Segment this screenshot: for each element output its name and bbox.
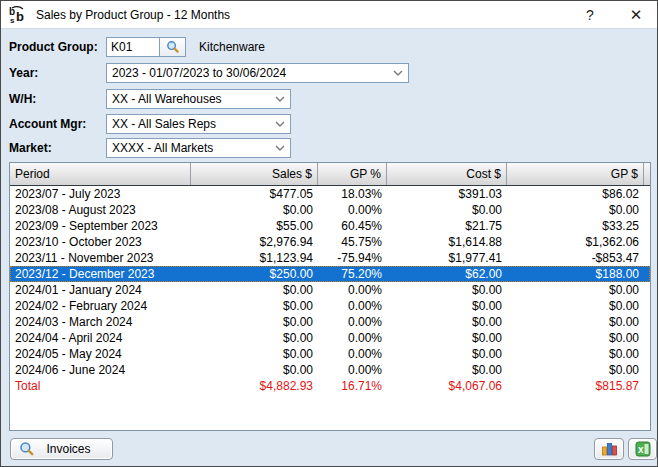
cost-cell: $4,067.06 <box>387 378 507 394</box>
gp-pct-cell: 16.71% <box>318 378 387 394</box>
column-header-sales[interactable]: Sales $ <box>191 163 318 185</box>
period-cell: 2023/12 - December 2023 <box>10 266 191 282</box>
account-mgr-label: Account Mgr: <box>9 114 86 134</box>
table-row[interactable]: 2023/10 - October 2023 $2,976.94 45.75% … <box>10 234 650 250</box>
period-cell: 2024/01 - January 2024 <box>10 282 191 298</box>
sales-cell: $0.00 <box>191 282 318 298</box>
product-group-search-button[interactable] <box>159 37 186 57</box>
period-cell: Total <box>10 378 191 394</box>
filler-cell <box>644 186 654 202</box>
gp-cell: $0.00 <box>507 362 644 378</box>
cost-cell: $0.00 <box>387 314 507 330</box>
help-button[interactable]: ? <box>577 3 603 27</box>
market-label: Market: <box>9 138 52 158</box>
filler-cell <box>644 314 654 330</box>
gp-pct-cell: 0.00% <box>318 330 387 346</box>
svg-text:x: x <box>638 444 644 455</box>
cost-cell: $21.75 <box>387 218 507 234</box>
sales-cell: $0.00 <box>191 346 318 362</box>
gp-pct-cell: 75.20% <box>318 266 387 282</box>
year-select[interactable]: 2023 - 01/07/2023 to 30/06/2024 <box>106 63 409 83</box>
gp-pct-cell: 0.00% <box>318 362 387 378</box>
excel-export-button[interactable]: x <box>628 438 657 460</box>
table-row[interactable]: 2023/08 - August 2023 $0.00 0.00% $0.00 … <box>10 202 650 218</box>
gp-cell: $0.00 <box>507 346 644 362</box>
table-row[interactable]: 2023/12 - December 2023 $250.00 75.20% $… <box>10 266 650 282</box>
sales-cell: $2,976.94 <box>191 234 318 250</box>
gp-cell: $0.00 <box>507 330 644 346</box>
sales-cell: $55.00 <box>191 218 318 234</box>
table-total-row[interactable]: Total $4,882.93 16.71% $4,067.06 $815.87 <box>10 378 650 394</box>
bsb-app-logo-icon: b s b <box>8 5 28 25</box>
market-selected-value: XXXX - All Markets <box>107 141 270 155</box>
gp-cell: $33.25 <box>507 218 644 234</box>
gp-pct-cell: -75.94% <box>318 250 387 266</box>
cost-cell: $0.00 <box>387 298 507 314</box>
column-header-cost[interactable]: Cost $ <box>387 163 507 185</box>
table-body: 2023/07 - July 2023 $477.05 18.03% $391.… <box>10 186 650 394</box>
cost-cell: $62.00 <box>387 266 507 282</box>
table-row[interactable]: 2024/05 - May 2024 $0.00 0.00% $0.00 $0.… <box>10 346 650 362</box>
svg-text:b: b <box>16 9 24 24</box>
gp-cell: $0.00 <box>507 314 644 330</box>
sales-cell: $0.00 <box>191 362 318 378</box>
warehouse-label: W/H: <box>9 89 36 109</box>
table-row[interactable]: 2023/09 - September 2023 $55.00 60.45% $… <box>10 218 650 234</box>
sales-cell: $0.00 <box>191 314 318 330</box>
table-row[interactable]: 2024/01 - January 2024 $0.00 0.00% $0.00… <box>10 282 650 298</box>
filler-cell <box>644 378 654 394</box>
period-cell: 2023/11 - November 2023 <box>10 250 191 266</box>
table-row[interactable]: 2024/06 - June 2024 $0.00 0.00% $0.00 $0… <box>10 362 650 378</box>
product-group-row: Product Group: Kitchenware <box>1 37 657 57</box>
invoices-button[interactable]: Invoices <box>10 438 113 460</box>
close-button[interactable]: ✕ <box>623 3 649 27</box>
column-header-gp-pct[interactable]: GP % <box>318 163 387 185</box>
gp-cell: $188.00 <box>507 266 644 282</box>
table-row[interactable]: 2024/04 - April 2024 $0.00 0.00% $0.00 $… <box>10 330 650 346</box>
market-row: Market: XXXX - All Markets <box>1 138 657 158</box>
cost-cell: $0.00 <box>387 346 507 362</box>
gp-pct-cell: 0.00% <box>318 282 387 298</box>
year-row: Year: 2023 - 01/07/2023 to 30/06/2024 <box>1 63 657 83</box>
cost-cell: $391.03 <box>387 186 507 202</box>
warehouse-select[interactable]: XX - All Warehouses <box>106 89 291 109</box>
period-cell: 2023/09 - September 2023 <box>10 218 191 234</box>
sales-cell: $250.00 <box>191 266 318 282</box>
sales-cell: $0.00 <box>191 202 318 218</box>
chevron-down-icon <box>388 64 408 82</box>
product-group-description: Kitchenware <box>199 37 265 57</box>
cost-cell: $1,977.41 <box>387 250 507 266</box>
column-header-period[interactable]: Period <box>10 163 191 185</box>
sales-table: Period Sales $ GP % Cost $ GP $ 2023/07 … <box>9 162 651 431</box>
filler-cell <box>644 266 654 282</box>
period-cell: 2024/04 - April 2024 <box>10 330 191 346</box>
product-group-input[interactable] <box>106 37 159 57</box>
account-mgr-select[interactable]: XX - All Sales Reps <box>106 114 291 134</box>
period-cell: 2023/07 - July 2023 <box>10 186 191 202</box>
gp-cell: $0.00 <box>507 298 644 314</box>
gp-cell: $815.87 <box>507 378 644 394</box>
gp-pct-cell: 18.03% <box>318 186 387 202</box>
column-header-filler <box>644 163 654 185</box>
market-select[interactable]: XXXX - All Markets <box>106 138 291 158</box>
sales-cell: $477.05 <box>191 186 318 202</box>
table-row[interactable]: 2023/07 - July 2023 $477.05 18.03% $391.… <box>10 186 650 202</box>
column-header-gp[interactable]: GP $ <box>507 163 644 185</box>
chart-button[interactable] <box>594 438 624 460</box>
gp-pct-cell: 0.00% <box>318 298 387 314</box>
chevron-down-icon <box>270 90 290 108</box>
table-row[interactable]: 2024/03 - March 2024 $0.00 0.00% $0.00 $… <box>10 314 650 330</box>
filler-cell <box>644 234 654 250</box>
cost-cell: $0.00 <box>387 202 507 218</box>
cost-cell: $0.00 <box>387 282 507 298</box>
year-label: Year: <box>9 63 38 83</box>
invoices-button-label: Invoices <box>35 442 112 456</box>
sales-by-product-group-window: b s b Sales by Product Group - 12 Months… <box>0 0 658 467</box>
year-selected-value: 2023 - 01/07/2023 to 30/06/2024 <box>107 66 388 80</box>
filler-cell <box>644 362 654 378</box>
filler-cell <box>644 250 654 266</box>
table-row[interactable]: 2024/02 - February 2024 $0.00 0.00% $0.0… <box>10 298 650 314</box>
table-row[interactable]: 2023/11 - November 2023 $1,123.94 -75.94… <box>10 250 650 266</box>
warehouse-selected-value: XX - All Warehouses <box>107 92 270 106</box>
title-bar: b s b Sales by Product Group - 12 Months… <box>1 1 657 29</box>
